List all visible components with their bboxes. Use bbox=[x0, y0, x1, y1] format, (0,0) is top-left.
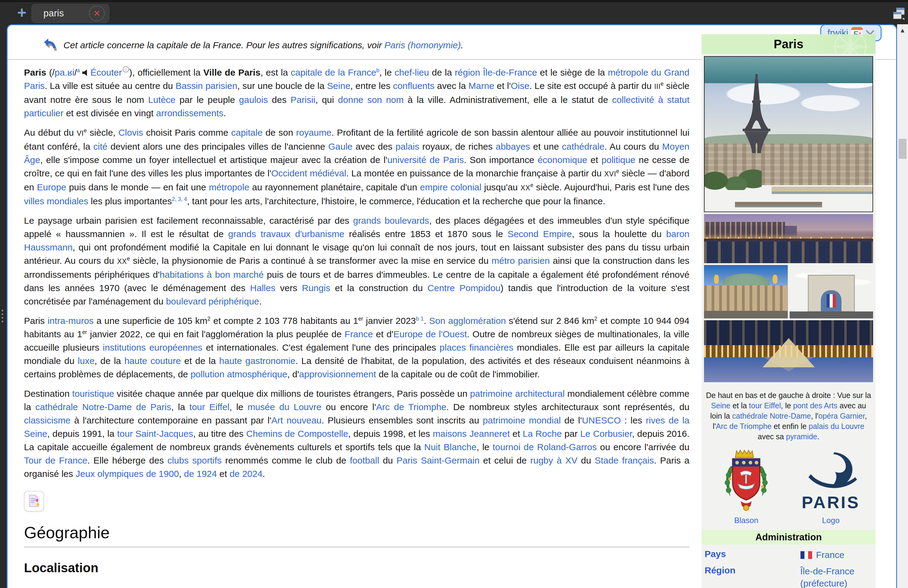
wiki-link[interactable]: Écouter bbox=[90, 68, 122, 77]
wiki-link[interactable]: cathédrale Notre-Dame bbox=[732, 412, 811, 420]
wiki-link[interactable]: Stade français bbox=[595, 455, 654, 466]
wiki-link[interactable]: grands travaux d'urbanisme bbox=[228, 229, 345, 239]
wiki-link[interactable]: luxe bbox=[78, 356, 94, 366]
photo-louvre-pyramid[interactable] bbox=[704, 320, 873, 382]
wiki-link[interactable]: La Roche bbox=[523, 429, 562, 439]
wiki-link[interactable]: tour Eiffel bbox=[190, 402, 230, 412]
tab-close-icon[interactable]: × bbox=[89, 5, 105, 21]
wiki-link[interactable]: Oise bbox=[510, 81, 530, 91]
wiki-link[interactable]: Second Empire bbox=[507, 229, 572, 239]
scroll-up-arrow-icon[interactable]: ▲ bbox=[897, 24, 908, 34]
wiki-link[interactable]: arrondissements bbox=[156, 108, 224, 118]
wiki-link[interactable]: Art nouveau bbox=[271, 415, 322, 425]
scrollbar-thumb[interactable] bbox=[898, 139, 906, 159]
wiki-link[interactable]: politique bbox=[601, 155, 635, 165]
wiki-link[interactable]: Bassin parisien bbox=[175, 81, 237, 91]
infobox-label-region[interactable]: Région bbox=[705, 565, 765, 588]
wiki-link[interactable]: villes mondiales bbox=[24, 196, 89, 206]
wiki-link[interactable]: de 1924 bbox=[184, 469, 217, 479]
wiki-link[interactable]: pyramide bbox=[786, 432, 817, 441]
wiki-link[interactable]: cité bbox=[93, 142, 108, 151]
wiki-link[interactable]: tour Eiffel bbox=[749, 401, 781, 410]
logo-link[interactable]: Logo bbox=[822, 516, 840, 525]
wiki-link[interactable]: boulevard périphérique bbox=[166, 296, 259, 306]
wiki-link[interactable]: musée du Louvre bbox=[248, 402, 322, 412]
wiki-link[interactable]: Île-de-France (préfecture) bbox=[800, 566, 854, 588]
wiki-link[interactable]: institutions européennes bbox=[103, 342, 203, 353]
wiki-link[interactable]: France bbox=[816, 550, 844, 560]
wiki-link[interactable]: capitale bbox=[231, 127, 262, 137]
wiki-link[interactable]: empire colonial bbox=[420, 182, 481, 192]
wiki-link[interactable]: Son agglomération bbox=[429, 316, 506, 326]
wiki-link[interactable]: cathédrale Notre-Dame de Paris bbox=[35, 402, 171, 412]
wiki-link[interactable]: patrimoine architectural bbox=[470, 388, 565, 399]
wiki-link[interactable]: rugby à XV bbox=[530, 455, 577, 466]
new-tab-button[interactable]: + bbox=[13, 4, 31, 21]
wiki-link[interactable]: Halles bbox=[250, 283, 275, 293]
annotation-button[interactable] bbox=[24, 491, 44, 512]
wiki-link[interactable]: UNESCO bbox=[582, 415, 621, 425]
wiki-link[interactable]: tour Saint-Jacques bbox=[117, 429, 193, 439]
wiki-link[interactable]: b bbox=[376, 68, 379, 74]
wiki-link[interactable]: Paris Saint-Germain bbox=[396, 455, 480, 466]
wiki-link[interactable]: métro parisien bbox=[491, 256, 550, 266]
wiki-link[interactable]: Jeux olympiques de 1900 bbox=[76, 469, 179, 479]
wiki-link[interactable]: places financières bbox=[440, 342, 514, 353]
photo-pont-des-arts-night[interactable] bbox=[704, 214, 873, 263]
wiki-link[interactable]: grands boulevards bbox=[353, 216, 429, 226]
wiki-link[interactable]: palais bbox=[396, 142, 419, 151]
wiki-link[interactable]: région Île-de-France bbox=[455, 68, 537, 77]
wiki-link[interactable]: classicisme bbox=[24, 415, 71, 425]
paris-logo[interactable]: PARIS bbox=[800, 452, 861, 512]
wiki-link[interactable]: Seine bbox=[711, 401, 731, 410]
wiki-link[interactable]: Tour de France bbox=[24, 455, 87, 466]
wiki-link[interactable]: pollution atmosphérique bbox=[191, 369, 288, 379]
wiki-link[interactable]: tournoi de Roland-Garros bbox=[493, 442, 597, 452]
wiki-link[interactable]: Rungis bbox=[302, 283, 330, 293]
wiki-link[interactable]: capitale de la France bbox=[291, 68, 377, 77]
window-edge-grip[interactable] bbox=[1, 309, 4, 323]
wiki-link[interactable]: haute couture bbox=[124, 356, 181, 366]
photo-arc-de-triomphe[interactable] bbox=[790, 265, 873, 319]
wiki-link[interactable]: Chemins de Compostelle bbox=[246, 429, 348, 439]
wiki-link[interactable]: royaume bbox=[296, 127, 332, 137]
wiki-link[interactable]: gaulois bbox=[239, 95, 268, 105]
photo-eiffel-seine[interactable] bbox=[704, 56, 873, 212]
wiki-link[interactable]: maisons Jeanneret bbox=[433, 429, 510, 439]
wiki-link[interactable]: intra-muros bbox=[48, 316, 94, 326]
wiki-link[interactable]: football bbox=[350, 455, 379, 466]
wiki-link[interactable]: Lutèce bbox=[148, 95, 175, 105]
wiki-link[interactable]: économique bbox=[538, 155, 587, 165]
wiki-link[interactable]: touristique bbox=[72, 388, 114, 399]
wiki-link[interactable]: clubs sportifs bbox=[167, 455, 222, 466]
wiki-link[interactable]: Europe de l'Ouest bbox=[393, 329, 467, 339]
wiki-link[interactable]: Marne bbox=[468, 81, 494, 91]
wiki-link[interactable]: haute gastronomie bbox=[219, 356, 295, 366]
wiki-link[interactable]: Gaule bbox=[328, 142, 353, 151]
wiki-link[interactable]: abbayes bbox=[496, 142, 530, 151]
wiki-link[interactable]: Parisii bbox=[291, 95, 316, 105]
tab-paris[interactable]: paris × bbox=[32, 4, 109, 23]
wiki-link[interactable]: a bbox=[77, 68, 80, 74]
wiki-link[interactable]: confluents bbox=[393, 81, 435, 91]
wiki-link[interactable]: pont des Arts bbox=[793, 401, 837, 410]
wiki-link[interactable]: habitations à bon marché bbox=[160, 269, 264, 280]
coat-of-arms-icon[interactable] bbox=[722, 448, 771, 512]
wiki-link[interactable]: France bbox=[345, 329, 373, 339]
wiki-link[interactable]: métropole bbox=[209, 182, 249, 192]
wiki-link[interactable]: Seine bbox=[327, 81, 350, 91]
scrollbar[interactable]: ▲ bbox=[897, 24, 908, 588]
wiki-link[interactable]: Arc de Triomphe bbox=[376, 402, 447, 412]
wiki-link[interactable]: de 2024 bbox=[230, 469, 262, 479]
infobox-label-pays[interactable]: Pays bbox=[705, 549, 765, 561]
wiki-link[interactable]: donne son nom bbox=[338, 95, 404, 105]
wiki-link[interactable]: 2, 3, 4 bbox=[172, 196, 187, 202]
wiki-link[interactable]: Nuit Blanche bbox=[424, 442, 476, 452]
wiki-link[interactable]: opéra Garnier bbox=[818, 412, 865, 420]
wiki-link[interactable]: approvisionnement bbox=[299, 369, 376, 379]
wiki-link[interactable]: cathédrale bbox=[562, 142, 604, 151]
wiki-link[interactable]: palais du Louvre bbox=[809, 422, 864, 430]
wiki-link[interactable]: chef-lieu bbox=[394, 68, 429, 77]
wiki-link[interactable]: b 1 bbox=[416, 316, 424, 322]
wiki-link[interactable]: Arc de Triomphe bbox=[716, 422, 771, 430]
